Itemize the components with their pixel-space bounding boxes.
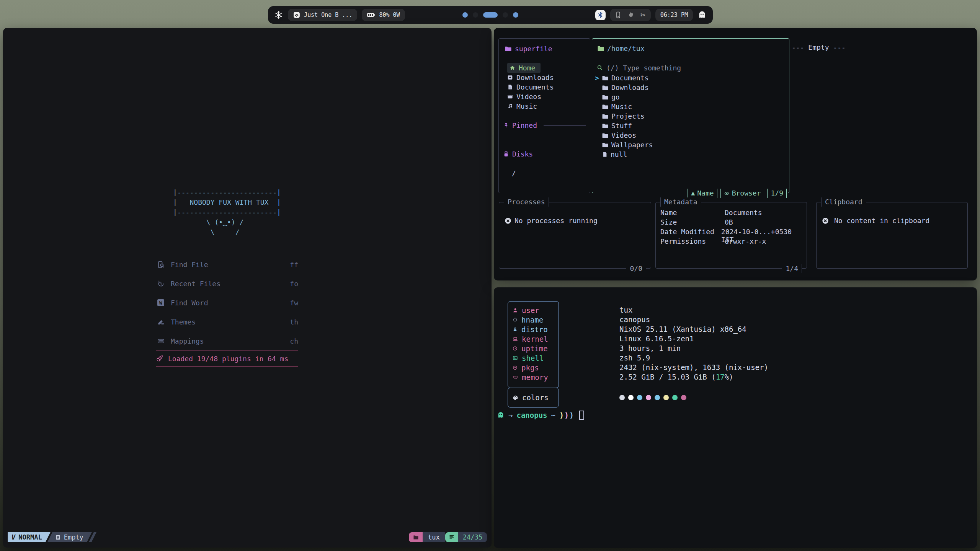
preview-empty-label: --- Empty --- <box>792 43 846 51</box>
dashboard-menu: Find File ff Recent Files fo W Find Word… <box>156 255 298 350</box>
workspace-dot-occupied[interactable] <box>513 12 518 18</box>
startup-message: Loaded 19/48 plugins in 64 ms <box>168 355 288 363</box>
fastfetch-label-box: user hname distro kernel uptime shell <box>508 301 559 388</box>
file-row[interactable]: Projects <box>592 111 789 121</box>
palette-color-dot <box>663 395 669 400</box>
sidebar-item-downloads[interactable]: Downloads <box>507 73 554 82</box>
statusline-filename[interactable]: Empty <box>47 532 92 542</box>
circle-icon <box>513 317 518 322</box>
fetch-row-user: user <box>508 305 559 315</box>
film-icon <box>507 94 513 99</box>
file-row[interactable]: Downloads <box>592 83 789 92</box>
pin-icon <box>503 122 509 128</box>
metadata-row: Name Documents <box>660 209 804 218</box>
file-row[interactable]: go <box>592 92 789 102</box>
menu-item-label: Find File <box>171 261 208 269</box>
speaker-icon <box>293 11 301 19</box>
folder-icon <box>602 104 608 109</box>
sidebar-disk-root[interactable]: / <box>512 168 516 178</box>
path-bar[interactable]: /home/tux <box>592 39 789 58</box>
clipboard-panel[interactable]: Clipboard No content in clipboard <box>816 202 968 269</box>
fetch-row-kernel: kernel <box>508 334 559 344</box>
bluetooth-icon[interactable] <box>595 10 606 20</box>
sort-mode[interactable]: ▲ Name <box>688 189 717 198</box>
circle-x-icon <box>822 217 829 224</box>
battery-icon <box>367 11 376 18</box>
prompt-chevrons: ) ) ) <box>559 411 574 420</box>
main-panel-footer: ▲ Name Browser 1/9 <box>688 189 787 198</box>
sidebar-item-documents[interactable]: Documents <box>507 82 554 92</box>
file-row-selected[interactable]: > Documents <box>592 73 789 83</box>
battery-widget[interactable]: 80% 0W <box>362 9 405 21</box>
panel-title: Clipboard <box>821 197 866 207</box>
file-row[interactable]: Music <box>592 102 789 111</box>
mode-label: NORMAL <box>18 533 42 541</box>
clock-label: 06:23 PM <box>660 11 688 18</box>
terminal-window: user hname distro kernel uptime shell <box>494 287 977 548</box>
desktop: Just One B ... 80% 0W ✂ <box>0 0 980 551</box>
panel-counter: 1/4 <box>782 264 802 273</box>
processes-panel[interactable]: Processes No processes running 0/0 <box>499 202 651 269</box>
file-row[interactable]: Wallpapers <box>592 140 789 150</box>
menu-item-find-word[interactable]: W Find Word fw <box>156 293 298 312</box>
file-list: > Documents Downloads go Music <box>592 73 789 159</box>
topbar-right: ✂ 06:23 PM <box>595 9 707 21</box>
menu-item-mappings[interactable]: Mappings ch <box>156 331 298 350</box>
fetch-value: NixOS 25.11 (Xantusia) x86_64 <box>619 324 768 334</box>
palette-color-dot <box>655 395 660 400</box>
position-segment-icon <box>445 532 458 542</box>
shell-prompt[interactable]: → canopus ~ ) ) ) <box>497 410 584 421</box>
scissors-icon[interactable]: ✂ <box>640 11 646 19</box>
palette-icon <box>513 395 518 401</box>
metadata-row: Date Modified 2024-10-0...+0530 IST <box>660 228 804 237</box>
file-icon <box>55 535 61 540</box>
home-icon <box>510 65 515 71</box>
sidebar-item-videos[interactable]: Videos <box>507 92 541 101</box>
find-word-icon: W <box>156 299 166 306</box>
menu-item-themes[interactable]: Themes th <box>156 312 298 331</box>
workspace-dot-empty[interactable] <box>473 12 478 18</box>
file-row[interactable]: null <box>592 150 789 159</box>
text-cursor[interactable] <box>579 411 584 420</box>
file-row[interactable]: Stuff <box>592 121 789 130</box>
workspace-dot-empty[interactable] <box>503 12 508 18</box>
sidebar-section-pinned: Pinned <box>503 121 586 130</box>
file-row[interactable]: Videos <box>592 130 789 140</box>
menu-item-label: Find Word <box>171 299 208 307</box>
workspace-indicator <box>462 12 518 18</box>
menu-item-find-file[interactable]: Find File ff <box>156 255 298 274</box>
nixos-logo-icon[interactable] <box>274 10 283 20</box>
menu-item-recent-files[interactable]: Recent Files fo <box>156 274 298 293</box>
user-icon <box>513 308 518 313</box>
sort-asc-icon: ▲ <box>691 189 695 198</box>
palette-color-dot <box>637 395 642 400</box>
phone-icon[interactable] <box>615 11 621 18</box>
palette-color-dot <box>646 395 651 400</box>
clock-widget[interactable]: 06:23 PM <box>655 9 693 21</box>
cwd-label[interactable]: tux <box>423 532 445 542</box>
metadata-panel[interactable]: Metadata Name Documents Size 0B Date Mod… <box>655 202 807 269</box>
rocket-icon <box>156 355 163 362</box>
sidebar-item-music[interactable]: Music <box>507 101 537 111</box>
topbar: Just One B ... 80% 0W ✂ <box>268 6 713 24</box>
fetch-value: 3 hours, 1 min <box>619 343 768 353</box>
startup-stats: Loaded 19/48 plugins in 64 ms <box>156 350 298 367</box>
app-title: superfile <box>505 45 552 53</box>
view-mode[interactable]: Browser <box>720 189 764 198</box>
flame-icon[interactable] <box>628 11 634 18</box>
folder-icon <box>602 142 608 148</box>
battery-label: 80% 0W <box>379 11 400 18</box>
workspace-dot-occupied[interactable] <box>462 12 468 18</box>
search-icon <box>597 65 603 71</box>
menu-item-shortcut: th <box>290 318 298 326</box>
workspace-dot-active[interactable] <box>483 12 498 18</box>
music-note-icon <box>507 103 513 109</box>
ram-icon <box>513 375 518 380</box>
sidebar-item-home[interactable]: Home <box>507 63 541 73</box>
ghost-icon[interactable] <box>697 10 707 20</box>
fetch-row-hname: hname <box>508 315 559 324</box>
scroll-position[interactable]: 24/35 <box>458 532 487 542</box>
fetch-row-shell: shell <box>508 353 559 363</box>
statusline-mode[interactable]: V NORMAL <box>8 532 51 542</box>
media-widget[interactable]: Just One B ... <box>288 9 357 21</box>
